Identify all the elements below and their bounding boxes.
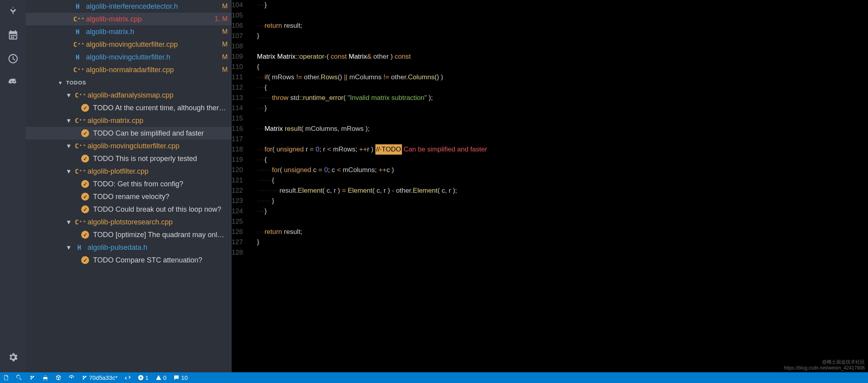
h-file-icon: H [73,28,82,36]
todo-text: TODO At the current time, although there… [93,104,228,112]
code-line[interactable]: ····} [257,103,868,113]
code-line[interactable]: ············result.Element( c, r ) = Ele… [257,186,868,196]
todo-item[interactable]: ✓TODO Could break out of this loop now? [26,203,232,216]
todo-text: TODO Could break out of this loop now? [93,205,221,214]
line-number: 121 [232,175,252,186]
calendar-icon[interactable] [8,29,19,40]
status-errors[interactable]: 1 [138,374,148,381]
discord-icon[interactable] [8,77,19,88]
file-row[interactable]: C⁺⁺algolib-movingclutterfilter.cppM [26,38,232,51]
code-line[interactable]: ····} [257,206,868,216]
todo-check-icon: ✓ [81,205,89,213]
file-row[interactable]: Halgolib-matrix.hM [26,25,232,38]
status-comments[interactable]: 10 [173,374,188,381]
cpp-file-icon: C⁺⁺ [75,92,84,99]
code-line[interactable]: ····{ [257,155,868,165]
todo-check-icon: ✓ [81,155,89,163]
todo-file-row[interactable]: ▾Halgolib-pulsedata.h [26,241,232,254]
code-line[interactable] [257,41,868,52]
todo-item[interactable]: ✓TODO Compare STC attenuation? [26,254,232,266]
file-name: algolib-movingclutterfilter.cpp [86,40,218,49]
todo-item[interactable]: ✓TODO rename velocity? [26,190,232,203]
status-branch[interactable]: 70d5a33c* [82,374,118,381]
chevron-down-icon: ▾ [67,142,71,150]
todo-text: TODO Compare STC attenuation? [93,256,202,264]
line-number: 108 [232,41,252,52]
file-row[interactable]: C⁺⁺algolib-normalradarfilter.cppM [26,63,232,76]
code-line[interactable] [257,10,868,21]
line-number: 115 [232,113,252,124]
file-list: Halgolib-interferencedetector.hMC⁺⁺algol… [26,0,232,76]
todo-file-row[interactable]: ▾C⁺⁺algolib-adfanalysismap.cpp [26,89,232,101]
section-label: TODOS [66,80,86,86]
chevron-down-icon: ▾ [67,116,71,125]
code-line[interactable]: } [257,237,868,247]
todo-item[interactable]: ✓TODO At the current time, although ther… [26,101,232,114]
code-line[interactable]: ····for( unsigned r = 0; r < mRows; ++r … [257,144,868,155]
status-package-icon[interactable] [55,375,61,381]
line-number: 122 [232,186,252,196]
line-number: 126 [232,227,252,237]
cpp-file-icon: C⁺⁺ [73,41,82,48]
status-file-icon[interactable] [3,375,9,381]
todo-item[interactable]: ✓TODO: Get this from config? [26,178,232,190]
todo-text: TODO: Get this from config? [93,180,183,188]
status-broadcast-icon[interactable] [69,375,74,381]
todo-file-row[interactable]: ▾C⁺⁺algolib-plotfilter.cpp [26,165,232,178]
editor[interactable]: 1041051061071081091101111121131141151161… [232,0,868,372]
file-row[interactable]: Halgolib-movingclutterfilter.hM [26,51,232,63]
todo-text: TODO rename velocity? [93,193,169,201]
todo-file-row[interactable]: ▾C⁺⁺algolib-plotstoresearch.cpp [26,216,232,228]
status-search-icon[interactable] [16,375,22,381]
source-tree-icon[interactable] [8,6,19,17]
todo-file-row[interactable]: ▾C⁺⁺algolib-movingclutterfilter.cpp [26,140,232,152]
code-line[interactable]: ········throw std::runtime_error( "Inval… [257,93,868,103]
code-line[interactable]: ····return result; [257,21,868,31]
todo-item[interactable]: ✓TODO Can be simplified and faster [26,127,232,140]
file-row[interactable]: Halgolib-interferencedetector.hM [26,0,232,13]
code-line[interactable] [257,113,868,124]
code-line[interactable]: } [257,31,868,41]
timeline-icon[interactable] [8,53,19,64]
cpp-file-icon: C⁺⁺ [75,117,84,124]
gear-icon[interactable] [8,352,19,363]
code-line[interactable]: ········for( unsigned c = 0; c < mColumn… [257,165,868,175]
todo-check-icon: ✓ [81,256,89,264]
file-row[interactable]: C⁺⁺algolib-matrix.cpp1, M [26,13,232,25]
code-line[interactable]: ····Matrix result( mColumns, mRows ); [257,124,868,134]
todos-section-header[interactable]: ▾ TODOS [26,76,232,89]
status-branch-icon[interactable] [29,375,35,381]
todo-item[interactable]: ✓TODO This is not properly tested [26,152,232,165]
h-file-icon: H [73,3,82,10]
code-line[interactable]: ····{ [257,82,868,93]
code-line[interactable]: ····return result; [257,227,868,237]
code-line[interactable] [257,247,868,258]
code-line[interactable]: ········} [257,196,868,206]
line-number: 118 [232,144,252,155]
code-line[interactable]: ····if( mRows != other.Rows() || mColumn… [257,72,868,82]
file-name: algolib-adfanalysismap.cpp [88,91,173,100]
line-number: 106 [232,21,252,31]
chevron-down-icon: ▾ [67,167,71,176]
cpp-file-icon: C⁺⁺ [75,142,84,150]
cpp-file-icon: C⁺⁺ [73,66,82,74]
line-number: 123 [232,196,252,206]
code-line[interactable] [257,134,868,144]
status-debug-icon[interactable] [42,375,48,381]
todo-file-row[interactable]: ▾C⁺⁺algolib-matrix.cpp [26,114,232,127]
code-line[interactable]: Matrix Matrix::operator-( const Matrix& … [257,52,868,62]
file-name: algolib-matrix.h [86,28,218,36]
code-line[interactable] [257,216,868,227]
code[interactable]: ····} ····return result;} Matrix Matrix:… [257,0,868,372]
todo-item[interactable]: ✓TODO [optimize] The quadrant may only n… [26,228,232,241]
scm-badge: M [222,28,228,36]
status-warnings[interactable]: 0 [156,374,166,381]
cpp-file-icon: C⁺⁺ [73,15,82,23]
status-sync-icon[interactable] [125,375,131,381]
code-line[interactable]: { [257,62,868,72]
chevron-down-icon: ▾ [67,243,71,252]
code-line[interactable]: ····} [257,0,868,10]
line-number: 125 [232,216,252,227]
todo-check-icon: ✓ [81,231,89,239]
code-line[interactable]: ········{ [257,175,868,186]
